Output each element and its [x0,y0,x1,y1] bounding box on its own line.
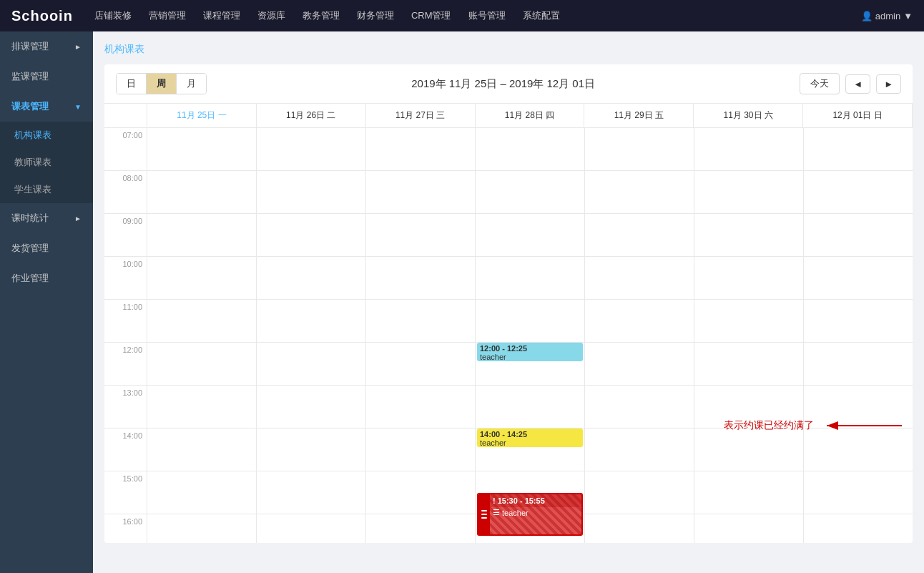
calendar-header-row: 11月 25日 一 11月 26日 二 11月 27日 三 11月 28日 四 … [104,104,913,128]
sidebar-item-ketong[interactable]: 课时统计 ► [0,203,93,233]
cell-0-9[interactable] [147,514,256,543]
sidebar-sub-jiaoshi[interactable]: 教师课表 [0,149,93,176]
event-thu-1200[interactable]: 12:00 - 12:25 teacher [477,343,583,361]
user-icon: 👤 [861,11,873,21]
time-1000: 10:00 [104,257,147,300]
calendar-container: 日 周 月 2019年 11月 25日 – 2019年 12月 01日 今天 ◄… [104,64,913,543]
day-header-wed: 11月 27日 三 [366,104,476,127]
time-1300: 13:00 [104,386,147,428]
day-col-5 [694,128,804,543]
calendar-title: 2019年 11月 25日 – 2019年 12月 01日 [212,77,794,91]
chevron-right-icon-ketong: ► [74,215,82,222]
today-button[interactable]: 今天 [800,73,840,94]
sidebar-item-fahuo[interactable]: 发货管理 [0,233,93,263]
day-header-fri: 11月 29日 五 [584,104,694,127]
time-column: 07:00 08:00 09:00 10:00 11:00 12:00 13:0… [104,128,147,543]
day-col-6 [804,128,913,543]
breadcrumb[interactable]: 机构课表 [104,43,913,56]
day-header-mon: 11月 25日 一 [147,104,257,127]
cell-1-0[interactable] [257,128,365,171]
user-area[interactable]: 👤 admin ▼ [861,11,913,21]
view-buttons: 日 周 月 [116,73,207,94]
cell-0-4[interactable] [147,300,256,343]
day-col-1 [257,128,366,543]
time-0900: 09:00 [104,214,147,257]
cell-0-5[interactable] [147,343,256,386]
calendar-toolbar: 日 周 月 2019年 11月 25日 – 2019年 12月 01日 今天 ◄… [104,64,913,104]
nav-item-shop[interactable]: 店铺装修 [94,9,132,22]
top-nav: Schooin 店铺装修 营销管理 课程管理 资源库 教务管理 财务管理 CRM… [0,0,924,31]
time-1200: 12:00 [104,343,147,386]
logo: Schooin [11,8,73,24]
cell-1-6[interactable] [257,386,365,428]
username: admin [875,11,900,21]
cell-1-8[interactable] [257,471,365,514]
main-content: 机构课表 日 周 月 2019年 11月 25日 – 2019年 12月 01日… [93,31,924,573]
cell-1-4[interactable] [257,300,365,343]
day-col-3: 12:00 - 12:25 teacher 14:00 - 14:25 teac… [476,128,585,543]
day-col-4 [585,128,694,543]
cell-1-3[interactable] [257,257,365,300]
calendar-body: 07:00 08:00 09:00 10:00 11:00 12:00 13:0… [104,128,913,543]
day-header-thu: 11月 28日 四 [476,104,585,127]
sidebar: 排课管理 ► 监课管理 课表管理 ▼ 机构课表 教师课表 学生课表 课时统计 ►… [0,31,93,573]
sidebar-sub-jigou[interactable]: 机构课表 [0,122,93,149]
sidebar-item-paike[interactable]: 排课管理 ► [0,31,93,62]
cell-1-7[interactable] [257,428,365,471]
event-thu-1400[interactable]: 14:00 - 14:25 teacher [477,428,583,447]
day-header-tue: 11月 26日 二 [257,104,366,127]
cell-0-6[interactable] [147,386,256,428]
day-header-sun: 12月 01日 日 [803,104,913,127]
time-0700: 07:00 [104,128,147,171]
nav-item-account[interactable]: 账号管理 [468,9,506,22]
event-thu-1530-container: ! 15:30 - 15:55 ☰ teacher [477,493,583,536]
time-1600: 16:00 [104,514,147,543]
sidebar-sub-xuesheng[interactable]: 学生课表 [0,176,93,203]
nav-item-marketing[interactable]: 营销管理 [149,9,186,22]
cell-0-7[interactable] [147,428,256,471]
nav-item-system[interactable]: 系统配置 [523,9,560,22]
next-button[interactable]: ► [876,74,901,94]
view-day-button[interactable]: 日 [117,74,147,94]
sidebar-item-kebiao[interactable]: 课表管理 ▼ [0,92,93,122]
nav-item-resource[interactable]: 资源库 [257,9,285,22]
cell-1-9[interactable] [257,514,365,543]
cell-0-1[interactable] [147,171,256,214]
sidebar-item-zuoye[interactable]: 作业管理 [0,263,93,293]
chevron-down-icon-kebiao: ▼ [74,103,82,111]
day-header-sat: 11月 30日 六 [694,104,803,127]
view-week-button[interactable]: 周 [147,74,177,94]
time-col-header [104,104,147,127]
time-0800: 08:00 [104,171,147,214]
sidebar-item-jiankejian[interactable]: 监课管理 [0,62,93,92]
cell-1-5[interactable] [257,343,365,386]
nav-item-teaching[interactable]: 教务管理 [303,9,340,22]
view-month-button[interactable]: 月 [177,74,206,94]
cell-1-1[interactable] [257,171,365,214]
cell-0-2[interactable] [147,214,256,257]
cell-0-8[interactable] [147,471,256,514]
day-col-2: 20:00 - 20:25 teacher 21:00 - 21:25 李红 [366,128,476,543]
cell-0-3[interactable] [147,257,256,300]
day-col-0 [147,128,257,543]
cell-0-0[interactable] [147,128,256,171]
nav-item-crm[interactable]: CRM管理 [411,9,451,22]
time-1400: 14:00 [104,428,147,471]
time-1100: 11:00 [104,300,147,343]
time-1500: 15:00 [104,471,147,514]
nav-items: 店铺装修 营销管理 课程管理 资源库 教务管理 财务管理 CRM管理 账号管理 … [94,9,861,22]
chevron-down-icon: ▼ [903,11,913,21]
prev-button[interactable]: ◄ [845,74,870,94]
nav-item-course[interactable]: 课程管理 [203,9,240,22]
chevron-right-icon: ► [74,43,82,51]
cell-1-2[interactable] [257,214,365,257]
nav-item-finance[interactable]: 财务管理 [357,9,394,22]
